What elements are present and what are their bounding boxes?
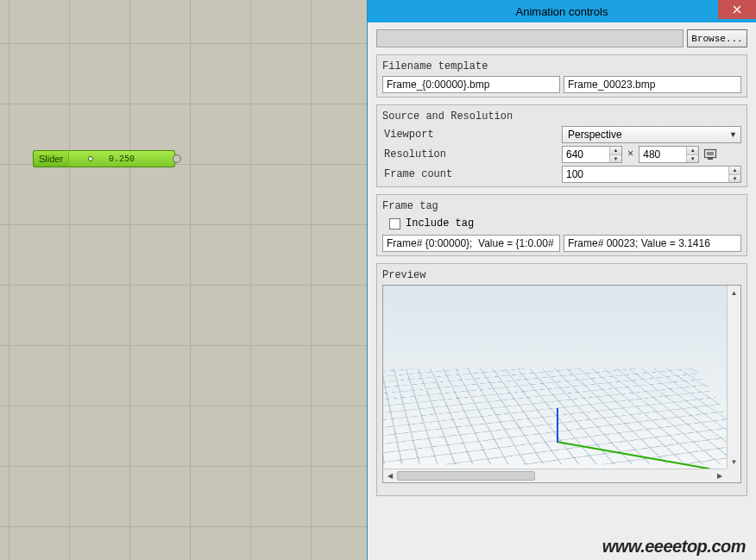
canvas-grid — [0, 0, 367, 560]
scroll-right-icon[interactable]: ▶ — [713, 469, 727, 482]
animation-controls-panel: Animation controls Browse... Filename te… — [367, 0, 756, 560]
filename-template-group: Filename template Frame_00023.bmp — [376, 54, 747, 98]
resolution-label: Resolution — [382, 148, 558, 160]
slider-output-port-icon[interactable] — [173, 154, 181, 163]
preview-viewport[interactable]: ▲ ▼ ◀ ▶ — [382, 285, 741, 483]
preview-vertical-scrollbar[interactable]: ▲ ▼ — [727, 286, 740, 469]
viewport-select-value: Perspective — [568, 129, 622, 141]
framecount-stepper[interactable]: 100 ▲ ▼ — [562, 166, 741, 183]
preview-horizontal-scrollbar[interactable]: ◀ ▶ — [383, 469, 727, 482]
resolution-height-value: 480 — [643, 148, 660, 160]
framecount-label: Frame count — [382, 168, 558, 180]
slider-thumb-icon[interactable] — [88, 156, 93, 161]
resolution-width-stepper[interactable]: 640 ▲ ▼ — [562, 146, 622, 163]
browse-button[interactable]: Browse... — [687, 29, 747, 47]
viewport-label: Viewport — [382, 129, 558, 141]
resolution-height-stepper[interactable]: 480 ▲ ▼ — [639, 146, 699, 163]
include-tag-row[interactable]: Include tag — [382, 216, 741, 235]
watermark-text: www.eeeetop.com — [602, 537, 746, 557]
chevron-down-icon: ▼ — [729, 130, 737, 139]
svg-rect-3 — [707, 152, 714, 155]
spinner-down-icon[interactable]: ▼ — [729, 175, 740, 183]
spinner-up-icon[interactable]: ▲ — [729, 167, 740, 175]
spinner-up-icon[interactable]: ▲ — [610, 147, 621, 155]
spinner-buttons[interactable]: ▲ ▼ — [609, 147, 621, 162]
preview-group: Preview ▲ ▼ ◀ ▶ — [376, 263, 747, 496]
close-button[interactable] — [718, 0, 756, 19]
slider-value-text: 0.250 — [109, 154, 135, 164]
slider-node[interactable]: Slider 0.250 — [33, 150, 175, 167]
frame-tag-group: Frame tag Include tag Frame# 00023; Valu… — [376, 194, 747, 256]
slider-node-label: Slider — [33, 150, 68, 167]
source-resolution-title: Source and Resolution — [382, 110, 741, 123]
include-tag-checkbox[interactable] — [389, 218, 400, 230]
source-resolution-group: Source and Resolution Viewport Perspecti… — [376, 104, 747, 187]
spinner-down-icon[interactable]: ▼ — [687, 155, 698, 163]
browse-row: Browse... — [376, 29, 747, 47]
preview-title: Preview — [382, 269, 741, 281]
resolution-width-value: 640 — [566, 148, 583, 160]
scroll-down-icon[interactable]: ▼ — [728, 455, 740, 469]
spinner-buttons[interactable]: ▲ ▼ — [686, 147, 698, 162]
viewport-size-icon — [703, 148, 717, 160]
scroll-corner — [727, 469, 740, 482]
include-tag-label: Include tag — [406, 217, 474, 230]
preview-grid-icon — [382, 286, 727, 469]
slider-track[interactable]: 0.250 — [68, 150, 175, 167]
panel-title: Animation controls — [516, 5, 608, 18]
preview-z-axis-icon — [557, 408, 558, 443]
output-path-field[interactable] — [376, 29, 684, 47]
close-icon — [733, 5, 741, 14]
tag-resolved-display: Frame# 00023; Value = 3.1416 — [564, 235, 741, 252]
match-viewport-button[interactable] — [702, 147, 718, 162]
panel-titlebar[interactable]: Animation controls — [368, 0, 756, 22]
frame-tag-title: Frame tag — [382, 200, 741, 212]
scroll-thumb[interactable] — [397, 471, 535, 481]
spinner-down-icon[interactable]: ▼ — [610, 155, 621, 163]
resolution-separator: × — [626, 148, 635, 160]
filename-template-input[interactable] — [382, 76, 560, 93]
tag-template-input[interactable] — [382, 235, 560, 252]
canvas-area[interactable]: Slider 0.250 — [0, 0, 367, 560]
scroll-up-icon[interactable]: ▲ — [728, 286, 740, 299]
svg-rect-4 — [708, 158, 713, 160]
preview-x-axis-icon — [557, 441, 710, 469]
spinner-buttons[interactable]: ▲ ▼ — [728, 167, 740, 182]
viewport-select[interactable]: Perspective ▼ — [562, 126, 741, 143]
filename-template-title: Filename template — [382, 60, 741, 72]
scroll-left-icon[interactable]: ◀ — [383, 469, 397, 482]
filename-resolved-display: Frame_00023.bmp — [564, 76, 741, 93]
spinner-up-icon[interactable]: ▲ — [687, 147, 698, 155]
framecount-value: 100 — [566, 168, 583, 180]
